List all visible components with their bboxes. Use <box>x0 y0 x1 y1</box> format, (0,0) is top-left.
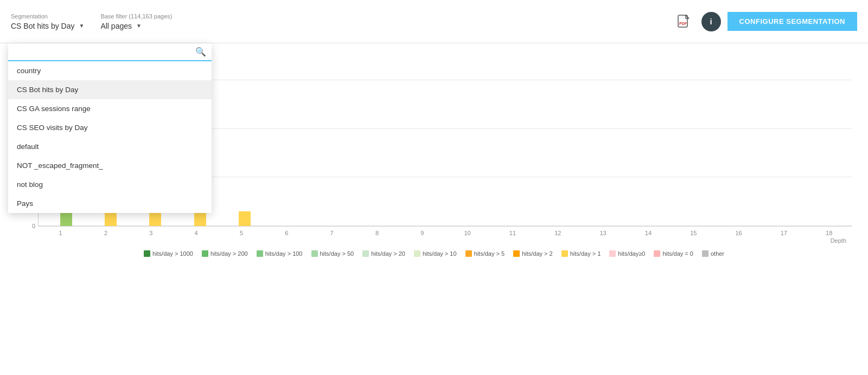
x-axis-label: 16 <box>716 230 761 236</box>
legend-label: hits/day > 100 <box>265 250 303 257</box>
legend-label: hits/day > 50 <box>320 250 354 257</box>
x-axis-label: 18 <box>807 230 852 236</box>
legend-item: hits/day > 2 <box>513 250 553 257</box>
legend-swatch <box>465 250 472 257</box>
x-axis-label: 15 <box>671 230 716 236</box>
bar-group <box>445 80 490 226</box>
base-filter-dropdown-trigger[interactable]: All pages ▼ <box>100 22 172 30</box>
x-axis-label: 17 <box>761 230 806 236</box>
x-axis-label: 12 <box>535 230 580 236</box>
dropdown-list-item[interactable]: NOT _escaped_fragment_ <box>8 156 212 175</box>
base-filter-value: All pages <box>100 22 132 30</box>
x-axis-label: 3 <box>129 230 174 236</box>
legend-label: hits/day > 2 <box>522 250 553 257</box>
dropdown-search-row: 🔍 <box>8 43 212 61</box>
bar-group <box>668 80 712 226</box>
x-axis-label: 7 <box>309 230 354 236</box>
dropdown-list: countryCS Bot hits by DayCS GA sessions … <box>8 61 212 213</box>
dropdown-search-input[interactable] <box>14 48 195 56</box>
x-axis-label: 9 <box>400 230 445 236</box>
bar-group <box>534 80 579 226</box>
dropdown-list-item[interactable]: CS GA sessions range <box>8 99 212 118</box>
info-icon: i <box>710 17 712 26</box>
x-axis-label: 8 <box>354 230 399 236</box>
legend-swatch <box>609 250 616 257</box>
segmentation-dropdown-trigger[interactable]: CS Bot hits by Day ▼ <box>11 22 84 30</box>
dropdown-list-item[interactable]: Pays <box>8 194 212 213</box>
configure-segmentation-button[interactable]: CONFIGURE SEGMENTATION <box>727 12 857 31</box>
bar-group <box>579 80 623 226</box>
legend-swatch <box>513 250 520 257</box>
main-container: Segmentation CS Bot hits by Day ▼ Base f… <box>0 0 868 375</box>
legend-swatch <box>561 250 568 257</box>
legend-item: other <box>702 250 724 257</box>
legend-label: hits/day > 1 <box>570 250 601 257</box>
x-axis-label: 6 <box>264 230 309 236</box>
legend-item: hits/day > 100 <box>257 250 303 257</box>
y-axis-label: 0 <box>32 223 35 229</box>
legend-item: hits/day > 20 <box>362 250 405 257</box>
bar-group <box>400 80 445 226</box>
segmentation-arrow-icon: ▼ <box>79 23 85 29</box>
bar-group <box>713 80 757 226</box>
segmentation-section: Segmentation CS Bot hits by Day ▼ <box>11 13 84 30</box>
legend-swatch <box>202 250 208 257</box>
x-axis-label: 4 <box>174 230 219 236</box>
dropdown-list-item[interactable]: CS SEO visits by Day <box>8 118 212 137</box>
dropdown-list-item[interactable]: not blog <box>8 175 212 194</box>
legend-item: hits/day > 50 <box>311 250 354 257</box>
legend-item: hits/day≥0 <box>609 250 645 257</box>
legend-swatch <box>702 250 709 257</box>
legend-label: hits/day≥0 <box>618 250 645 257</box>
depth-label: Depth <box>38 237 846 244</box>
x-axis-label: 13 <box>580 230 626 236</box>
x-axis-label: 11 <box>490 230 535 236</box>
x-axis-label: 5 <box>219 230 264 236</box>
legend-label: hits/day > 10 <box>423 250 457 257</box>
base-filter-label: Base filter (114,163 pages) <box>100 13 172 20</box>
dropdown-list-item[interactable]: default <box>8 137 212 156</box>
header-bar: Segmentation CS Bot hits by Day ▼ Base f… <box>0 0 868 43</box>
legend-label: hits/day > 1000 <box>152 250 193 257</box>
svg-text:PDF: PDF <box>679 22 687 25</box>
x-labels: 123456789101112131415161718 <box>38 228 852 236</box>
legend-item: hits/day > 1 <box>561 250 601 257</box>
dropdown-list-item[interactable]: CS Bot hits by Day <box>8 80 212 99</box>
legend-item: hits/day > 1000 <box>144 250 193 257</box>
legend-swatch <box>654 250 660 257</box>
segmentation-dropdown: 🔍 countryCS Bot hits by DayCS GA session… <box>8 43 212 213</box>
legend-item: hits/day = 0 <box>654 250 693 257</box>
header-actions: PDF i CONFIGURE SEGMENTATION <box>673 11 857 33</box>
segmentation-label: Segmentation <box>11 13 84 20</box>
legend-item: hits/day > 200 <box>202 250 248 257</box>
legend-label: hits/day > 5 <box>474 250 505 257</box>
legend-item: hits/day > 10 <box>414 250 457 257</box>
legend-label: hits/day > 200 <box>210 250 248 257</box>
legend: hits/day > 1000hits/day > 200hits/day > … <box>16 250 852 257</box>
base-filter-arrow-icon: ▼ <box>136 23 142 29</box>
info-icon-button[interactable]: i <box>701 12 721 31</box>
x-axis-label: 2 <box>83 230 128 236</box>
legend-swatch <box>257 250 263 257</box>
legend-label: hits/day = 0 <box>662 250 693 257</box>
legend-swatch <box>144 250 150 257</box>
bar-group <box>757 80 802 226</box>
legend-swatch <box>362 250 369 257</box>
dropdown-list-item[interactable]: country <box>8 61 212 80</box>
pdf-icon-button[interactable]: PDF <box>673 11 695 33</box>
base-filter-section: Base filter (114,163 pages) All pages ▼ <box>100 13 172 30</box>
search-icon[interactable]: 🔍 <box>195 47 206 57</box>
legend-item: hits/day > 5 <box>465 250 505 257</box>
legend-swatch <box>414 250 420 257</box>
segmentation-value: CS Bot hits by Day <box>11 22 75 30</box>
legend-label: hits/day > 20 <box>371 250 405 257</box>
bar-group <box>490 80 534 226</box>
bar-group <box>802 80 846 226</box>
bar-group <box>222 80 267 226</box>
bar <box>239 211 251 226</box>
legend-swatch <box>311 250 318 257</box>
x-axis-label: 14 <box>626 230 671 236</box>
bar-group <box>267 80 311 226</box>
bar-group <box>311 80 356 226</box>
x-axis-label: 1 <box>38 230 83 236</box>
